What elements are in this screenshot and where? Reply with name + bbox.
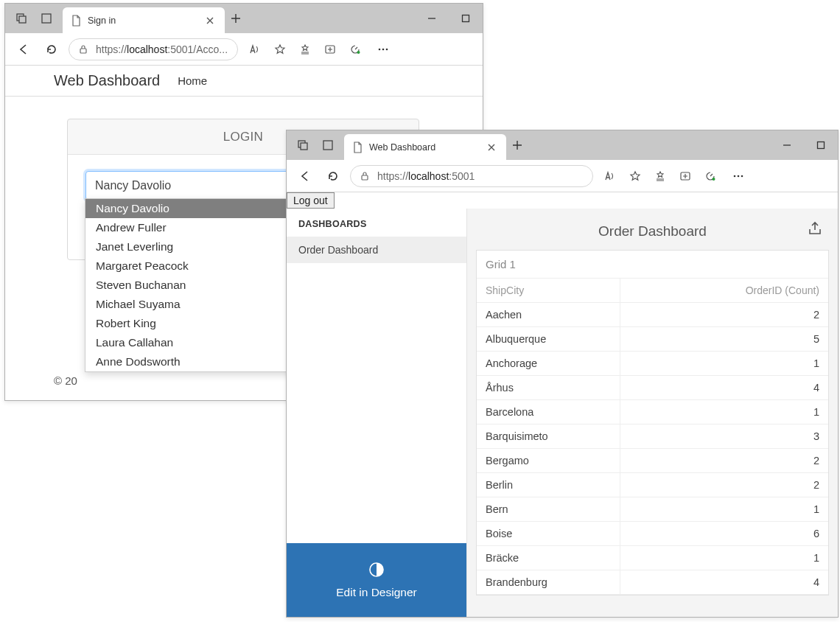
tab-overview-icon[interactable] [318, 135, 338, 156]
read-aloud-icon[interactable] [244, 38, 266, 60]
window-maximize-button[interactable] [804, 130, 838, 160]
lock-icon [360, 171, 370, 181]
cell-shipcity: Bergamo [477, 449, 620, 472]
page-icon [70, 15, 82, 27]
cell-count: 1 [620, 546, 828, 570]
svg-point-18 [738, 175, 740, 177]
cell-count: 1 [620, 352, 828, 375]
tab-actions-icon[interactable] [11, 8, 32, 29]
main-pane: Order Dashboard Grid 1 ShipCity OrderID … [467, 209, 838, 617]
table-row[interactable]: Bern1 [477, 497, 828, 522]
table-row[interactable]: Anchorage1 [477, 352, 828, 376]
logout-button[interactable]: Log out [287, 192, 335, 209]
sidebar: DASHBOARDS Order Dashboard Edit in Desig… [287, 209, 467, 617]
favorites-list-icon[interactable] [294, 38, 316, 60]
cell-count: 2 [620, 303, 828, 326]
svg-rect-13 [818, 142, 825, 149]
url-field[interactable]: https://localhost:5001 [350, 165, 593, 187]
grid-card: Grid 1 ShipCity OrderID (Count) Aachen2A… [476, 250, 829, 595]
cell-count: 2 [620, 449, 828, 472]
edit-in-designer-button[interactable]: Edit in Designer [287, 543, 466, 617]
nav-home-link[interactable]: Home [178, 74, 207, 87]
table-row[interactable]: Bergamo2 [477, 449, 828, 473]
titlebar: Web Dashboard [287, 130, 838, 160]
url-text: https://localhost:5001/Acco... [96, 43, 228, 55]
grid-header-row: ShipCity OrderID (Count) [477, 278, 828, 303]
window-minimize-button[interactable] [415, 4, 449, 33]
dashboard-header: Order Dashboard [476, 217, 829, 245]
grid-title: Grid 1 [477, 251, 828, 278]
address-bar: https://localhost:5001/Acco... [5, 33, 483, 66]
cell-count: 4 [620, 570, 828, 594]
dashboard-title: Order Dashboard [598, 223, 707, 240]
tab-actions-icon[interactable] [293, 135, 313, 156]
refresh-button[interactable] [41, 38, 63, 60]
window-minimize-button[interactable] [770, 130, 804, 160]
edit-in-designer-label: Edit in Designer [336, 586, 416, 599]
browser-tab[interactable]: Sign in [63, 7, 225, 33]
svg-point-9 [386, 48, 388, 50]
cell-count: 1 [620, 400, 828, 424]
cell-shipcity: Århus [477, 376, 620, 399]
favorites-list-icon[interactable] [649, 165, 671, 187]
collections-icon[interactable] [319, 38, 341, 60]
table-row[interactable]: Albuquerque5 [477, 327, 828, 352]
tab-title: Web Dashboard [369, 142, 480, 153]
sidebar-heading: DASHBOARDS [287, 209, 466, 237]
grid-header-shipcity[interactable]: ShipCity [477, 279, 620, 302]
cell-shipcity: Barcelona [477, 400, 620, 424]
table-row[interactable]: Barcelona1 [477, 400, 828, 424]
cell-shipcity: Berlin [477, 473, 620, 497]
svg-rect-12 [323, 141, 332, 150]
browser-window-dashboard: Web Dashboard https://localhost:5001 [286, 130, 839, 618]
table-row[interactable]: Århus4 [477, 376, 828, 400]
svg-rect-11 [301, 143, 307, 150]
table-row[interactable]: Aachen2 [477, 303, 828, 327]
cell-shipcity: Barquisimeto [477, 424, 620, 448]
new-tab-button[interactable] [225, 4, 247, 33]
svg-point-16 [713, 178, 715, 181]
favorite-icon[interactable] [624, 165, 646, 187]
collections-icon[interactable] [674, 165, 696, 187]
refresh-button[interactable] [322, 165, 344, 187]
back-button[interactable] [294, 165, 316, 187]
table-row[interactable]: Bräcke1 [477, 546, 828, 570]
read-aloud-icon[interactable] [599, 165, 621, 187]
new-tab-button[interactable] [506, 130, 528, 160]
performance-icon[interactable] [699, 165, 721, 187]
cell-shipcity: Albuquerque [477, 327, 620, 351]
tab-close-icon[interactable] [484, 140, 499, 155]
more-menu-icon[interactable] [724, 165, 752, 187]
svg-point-19 [741, 175, 743, 177]
tab-title: Sign in [88, 15, 198, 26]
cell-shipcity: Boise [477, 522, 620, 545]
brand-title: Web Dashboard [54, 72, 160, 89]
page-icon [351, 141, 363, 153]
cell-count: 6 [620, 522, 828, 545]
performance-icon[interactable] [344, 38, 366, 60]
table-row[interactable]: Boise6 [477, 522, 828, 546]
cell-shipcity: Bräcke [477, 546, 620, 570]
svg-rect-14 [362, 175, 368, 180]
cell-count: 3 [620, 424, 828, 448]
more-menu-icon[interactable] [369, 38, 397, 60]
table-row[interactable]: Berlin2 [477, 473, 828, 497]
designer-icon [368, 561, 385, 579]
table-row[interactable]: Barquisimeto3 [477, 424, 828, 449]
export-icon[interactable] [807, 220, 825, 238]
browser-tab[interactable]: Web Dashboard [344, 134, 506, 160]
url-text: https://localhost:5001 [377, 170, 475, 182]
tab-overview-icon[interactable] [36, 8, 57, 29]
page-content: Log out DASHBOARDS Order Dashboard Edit … [287, 192, 838, 617]
url-field[interactable]: https://localhost:5001/Acco... [69, 38, 238, 60]
window-maximize-button[interactable] [449, 4, 483, 33]
favorite-icon[interactable] [269, 38, 291, 60]
tab-close-icon[interactable] [203, 13, 217, 28]
svg-rect-3 [463, 15, 469, 22]
cell-shipcity: Brandenburg [477, 570, 620, 594]
table-row[interactable]: Brandenburg4 [477, 570, 828, 595]
grid-header-count[interactable]: OrderID (Count) [620, 279, 828, 302]
svg-rect-4 [80, 49, 86, 53]
sidebar-item-order-dashboard[interactable]: Order Dashboard [287, 237, 466, 263]
back-button[interactable] [13, 38, 35, 60]
